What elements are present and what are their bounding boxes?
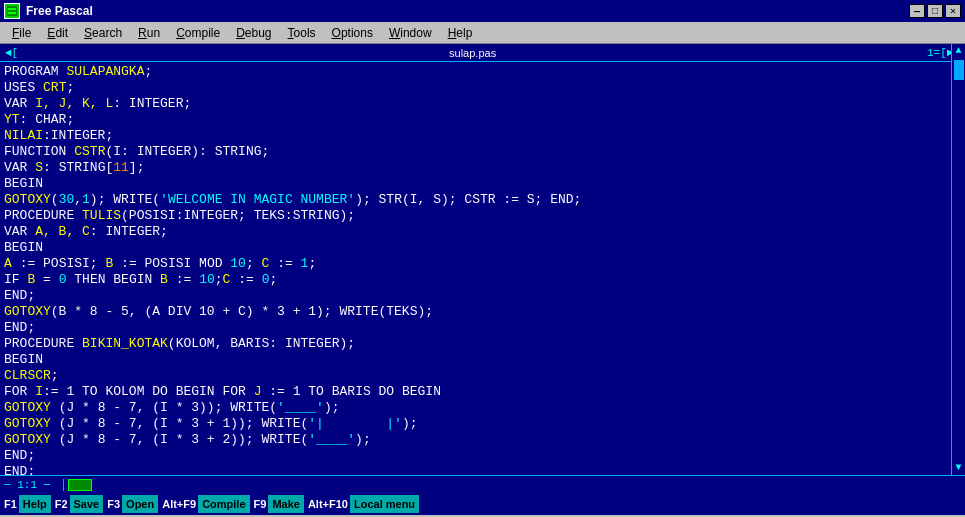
code-line: VAR A, B, C: INTEGER; (4, 224, 961, 240)
code-line: NILAI:INTEGER; (4, 128, 961, 144)
app-icon (4, 3, 20, 19)
menu-item-search[interactable]: Search (76, 24, 130, 42)
code-line: YT: CHAR; (4, 112, 961, 128)
bottom-bar: F1HelpF2SaveF3OpenAlt+F9CompileF9MakeAlt… (0, 493, 965, 515)
code-line: GOTOXY (J * 8 - 7, (I * 3 + 2)); WRITE('… (4, 432, 961, 448)
menu-item-options[interactable]: Options (324, 24, 381, 42)
code-line: END; (4, 464, 961, 475)
bottom-btn-label: Compile (198, 495, 249, 513)
code-line: END; (4, 288, 961, 304)
code-line: GOTOXY(B * 8 - 5, (A DIV 10 + C) * 3 + 1… (4, 304, 961, 320)
code-area[interactable]: PROGRAM SULAPANGKA; USES CRT; VAR I, J, … (0, 62, 965, 475)
bottom-btn-num: Alt+F10 (306, 498, 350, 510)
code-line: IF B = 0 THEN BEGIN B := 10;C := 0; (4, 272, 961, 288)
bottom-btn-save[interactable]: F2Save (53, 495, 104, 513)
tab-title: sulap.pas (21, 47, 924, 59)
menu-item-help[interactable]: Help (440, 24, 481, 42)
editor-status-indicator (68, 479, 92, 491)
code-line: USES CRT; (4, 80, 961, 96)
code-line: FUNCTION CSTR(I: INTEGER): STRING; (4, 144, 961, 160)
code-line: PROCEDURE BIKIN_KOTAK(KOLOM, BARIS: INTE… (4, 336, 961, 352)
code-line: GOTOXY(30,1); WRITE('WELCOME IN MAGIC NU… (4, 192, 961, 208)
title-buttons: — □ ✕ (909, 4, 961, 18)
bottom-btn-label: Help (19, 495, 51, 513)
menu-bar: FileEditSearchRunCompileDebugToolsOption… (0, 22, 965, 44)
code-line: VAR S: STRING[11]; (4, 160, 961, 176)
code-line: A := POSISI; B := POSISI MOD 10; C := 1; (4, 256, 961, 272)
bottom-btn-num: F3 (105, 498, 122, 510)
minimize-button[interactable]: — (909, 4, 925, 18)
bottom-btn-label: Make (268, 495, 304, 513)
code-line: GOTOXY (J * 8 - 7, (I * 3)); WRITE('____… (4, 400, 961, 416)
tab-bar: ◄[ sulap.pas 1=[►] (0, 44, 965, 62)
menu-item-tools[interactable]: Tools (280, 24, 324, 42)
code-line: PROCEDURE TULIS(POSISI:INTEGER; TEKS:STR… (4, 208, 961, 224)
close-button[interactable]: ✕ (945, 4, 961, 18)
code-line: END; (4, 320, 961, 336)
scroll-up-arrow[interactable]: ▲ (953, 44, 965, 58)
editor-status: ─ 1:1 ─ (0, 475, 965, 493)
menu-item-debug[interactable]: Debug (228, 24, 279, 42)
bottom-btn-num: F1 (2, 498, 19, 510)
menu-item-compile[interactable]: Compile (168, 24, 228, 42)
title-text: Free Pascal (26, 4, 93, 18)
bottom-btn-help[interactable]: F1Help (2, 495, 51, 513)
bottom-btn-num: Alt+F9 (160, 498, 198, 510)
code-line: VAR I, J, K, L: INTEGER; (4, 96, 961, 112)
bottom-btn-open[interactable]: F3Open (105, 495, 158, 513)
bottom-btn-compile[interactable]: Alt+F9Compile (160, 495, 249, 513)
code-line: GOTOXY (J * 8 - 7, (I * 3 + 1)); WRITE('… (4, 416, 961, 432)
maximize-button[interactable]: □ (927, 4, 943, 18)
menu-item-file[interactable]: File (4, 24, 39, 42)
menu-item-run[interactable]: Run (130, 24, 168, 42)
bottom-btn-make[interactable]: F9Make (252, 495, 304, 513)
title-bar: Free Pascal — □ ✕ (0, 0, 965, 22)
bottom-btn-local-menu[interactable]: Alt+F10Local menu (306, 495, 419, 513)
svg-rect-2 (8, 12, 16, 14)
editor-status-line-col: ─ 1:1 ─ (4, 479, 64, 491)
scrollbar-right[interactable]: ▲ ▼ (951, 44, 965, 475)
code-line: BEGIN (4, 176, 961, 192)
bottom-btn-label: Save (70, 495, 104, 513)
bottom-btn-label: Local menu (350, 495, 419, 513)
code-line: END; (4, 448, 961, 464)
code-line: CLRSCR; (4, 368, 961, 384)
tab-left-arrow: ◄[ (2, 47, 21, 59)
code-line: PROGRAM SULAPANGKA; (4, 64, 961, 80)
svg-rect-0 (6, 5, 18, 17)
code-line: BEGIN (4, 240, 961, 256)
bottom-btn-num: F2 (53, 498, 70, 510)
menu-item-edit[interactable]: Edit (39, 24, 76, 42)
scroll-thumb[interactable] (954, 60, 964, 80)
bottom-btn-label: Open (122, 495, 158, 513)
menu-item-window[interactable]: Window (381, 24, 440, 42)
svg-rect-1 (8, 8, 16, 10)
scroll-down-arrow[interactable]: ▼ (953, 461, 965, 475)
title-left: Free Pascal (4, 3, 93, 19)
code-line: FOR I:= 1 TO KOLOM DO BEGIN FOR J := 1 T… (4, 384, 961, 400)
bottom-btn-num: F9 (252, 498, 269, 510)
editor-container: ◄[ sulap.pas 1=[►] PROGRAM SULAPANGKA; U… (0, 44, 965, 475)
code-line: BEGIN (4, 352, 961, 368)
